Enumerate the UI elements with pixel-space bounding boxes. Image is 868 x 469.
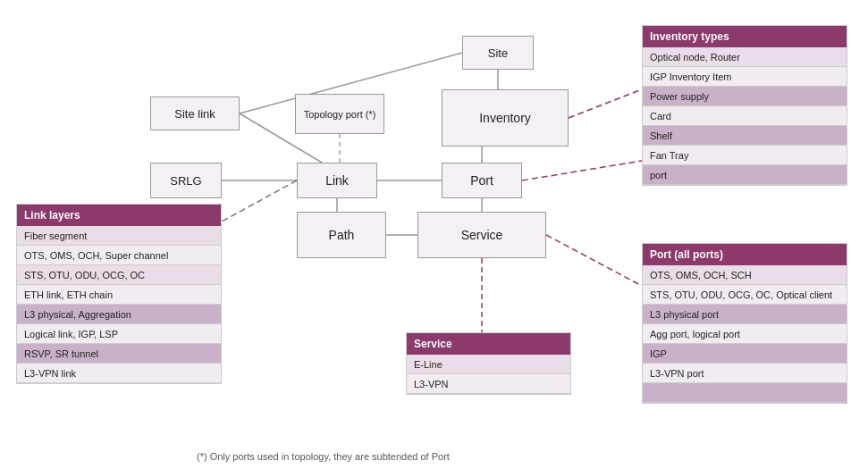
ll-item-4: ETH link, ETH chain [17, 285, 221, 305]
path-label: Path [329, 228, 355, 242]
it-item-5: Shelf [643, 126, 847, 146]
path-box: Path [297, 212, 386, 258]
pa-item-4: Agg port, logical port [643, 324, 847, 344]
svg-line-10 [569, 89, 642, 118]
ll-item-1: Fiber segment [17, 226, 221, 246]
it-item-1: Optical node, Router [643, 47, 847, 67]
service-sidebar-title: Service [414, 338, 452, 350]
link-layers-header: Link layers [17, 205, 221, 226]
service-sidebar: Service E-Line L3-VPN [406, 332, 571, 395]
svg-line-13 [222, 180, 297, 222]
footnote: (*) Only ports used in topology, they ar… [197, 451, 450, 462]
pa-item-1: OTS, OMS, OCH, SCH [643, 265, 847, 285]
pa-item-2: STS, OTU, ODU, OCG, OC, Optical client [643, 285, 847, 305]
site-label: Site [488, 46, 508, 60]
svg-line-12 [546, 235, 642, 286]
topology-box: Topology port (*) [295, 94, 384, 134]
link-box: Link [297, 163, 377, 198]
sitelink-label: Site link [174, 107, 215, 121]
svg-line-11 [522, 161, 642, 180]
it-item-6: Fan Tray [643, 146, 847, 165]
ll-item-2: OTS, OMS, OCH, Super channel [17, 246, 221, 265]
service-box: Service [417, 212, 546, 258]
inventory-types-header: Inventory types [643, 26, 847, 47]
pa-item-6: L3-VPN port [643, 364, 847, 383]
topology-label: Topology port (*) [304, 109, 376, 120]
it-item-2: IGP Inventory Item [643, 67, 847, 87]
port-allports-sidebar: Port (all ports) OTS, OMS, OCH, SCH STS,… [642, 243, 847, 404]
port-allports-title: Port (all ports) [650, 248, 723, 261]
srlg-box: SRLG [150, 163, 222, 198]
ll-item-7: RSVP, SR tunnel [17, 344, 221, 364]
sitelink-box: Site link [150, 96, 240, 130]
it-item-4: Card [643, 106, 847, 126]
port-allports-header: Port (all ports) [643, 244, 847, 265]
link-layers-sidebar: Link layers Fiber segment OTS, OMS, OCH,… [16, 204, 222, 384]
svc-item-2: L3-VPN [407, 374, 570, 394]
ll-item-6: Logical link, IGP, LSP [17, 324, 221, 344]
inventory-box: Inventory [442, 89, 569, 147]
svc-item-1: E-Line [407, 355, 570, 374]
site-box: Site [462, 36, 534, 70]
link-label: Link [325, 173, 349, 188]
ll-item-5: L3 physical, Aggregation [17, 305, 221, 324]
inventory-label: Inventory [479, 111, 531, 125]
service-label: Service [461, 228, 503, 242]
ll-item-3: STS, OTU, ODU, OCG, OC [17, 265, 221, 285]
ll-item-8: L3-VPN link [17, 364, 221, 383]
link-layers-title: Link layers [24, 209, 80, 222]
pa-item-5: IGP [643, 344, 847, 364]
srlg-label: SRLG [170, 174, 201, 188]
inventory-types-title: Inventory types [650, 30, 729, 43]
it-item-3: Power supply [643, 87, 847, 106]
port-label: Port [470, 173, 493, 188]
pa-item-7 [643, 383, 847, 403]
it-item-7: port [643, 165, 847, 185]
inventory-types-sidebar: Inventory types Optical node, Router IGP… [642, 25, 847, 186]
port-box: Port [442, 163, 522, 198]
diagram-container: Site Inventory Port Service Link Path Si… [0, 0, 868, 469]
pa-item-3: L3 physical port [643, 305, 847, 324]
service-sidebar-header: Service [407, 333, 570, 355]
